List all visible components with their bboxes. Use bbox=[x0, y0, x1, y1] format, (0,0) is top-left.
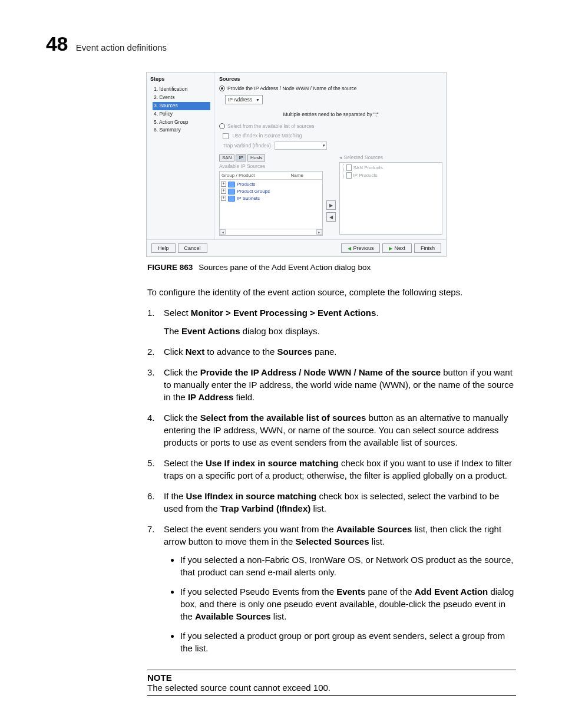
selected-sources-label: Selected Sources bbox=[344, 154, 384, 160]
folder-icon bbox=[228, 196, 235, 202]
step-2: Click Next to advance to the Sources pan… bbox=[164, 345, 516, 358]
page-number: 48 bbox=[46, 32, 68, 55]
select-from-list-radio[interactable] bbox=[219, 123, 225, 129]
tree-row-ip-subnets[interactable]: +IP Subnets bbox=[221, 195, 321, 202]
tree-row-product-groups[interactable]: +Product Groups bbox=[221, 188, 321, 195]
step-4: Click the Select from the available list… bbox=[164, 411, 516, 449]
step-3: Click the Provide the IP Address / Node … bbox=[164, 366, 516, 403]
wizard-step-action-group[interactable]: 5. Action Group bbox=[153, 118, 210, 127]
wizard-step-events[interactable]: 2. Events bbox=[153, 94, 210, 102]
trap-varbind-dropdown[interactable]: ▾ bbox=[275, 141, 327, 150]
provide-address-radio[interactable] bbox=[219, 85, 225, 91]
add-event-action-dialog: Steps 1. Identification 2. Events 3. Sou… bbox=[146, 72, 447, 257]
wizard-step-policy[interactable]: 4. Policy bbox=[153, 110, 210, 118]
note-block: NOTE The selected source count cannot ex… bbox=[147, 670, 516, 696]
column-name[interactable]: Name bbox=[289, 172, 322, 179]
wizard-step-summary[interactable]: 6. Summary bbox=[153, 126, 210, 134]
expand-icon[interactable]: + bbox=[221, 196, 226, 201]
previous-button[interactable]: ◀Previous bbox=[341, 243, 380, 253]
tree-row-ip-products[interactable]: IP Products bbox=[346, 172, 441, 179]
figure-caption: FIGURE 863Sources pane of the Add Event … bbox=[147, 263, 516, 272]
wizard-steps-panel: Steps 1. Identification 2. Events 3. Sou… bbox=[147, 73, 214, 239]
chevron-left-icon: ◀ bbox=[329, 215, 333, 220]
select-from-list-label: Select from the available list of source… bbox=[227, 123, 314, 129]
move-left-button[interactable]: ◀ bbox=[326, 212, 336, 222]
ip-address-dropdown[interactable]: IP Address ▼ bbox=[225, 95, 263, 104]
tree-row-products[interactable]: +Products bbox=[221, 181, 321, 188]
wizard-step-identification[interactable]: 1. Identification bbox=[153, 85, 210, 94]
chevron-left-icon: ◂ bbox=[339, 154, 342, 160]
chevron-right-icon: ▶ bbox=[329, 203, 333, 208]
chevron-down-icon: ▼ bbox=[256, 98, 260, 102]
cancel-button[interactable]: Cancel bbox=[178, 243, 207, 253]
step-5: Select the Use If index in source matchi… bbox=[164, 457, 516, 482]
separator-note: Multiple entries need to be separated by… bbox=[219, 111, 442, 117]
use-ifindex-checkbox[interactable] bbox=[223, 133, 229, 139]
selected-sources-tree: SAN Products IP Products bbox=[339, 162, 443, 235]
document-icon bbox=[346, 172, 352, 179]
tree-row-san-products[interactable]: SAN Products bbox=[346, 164, 441, 172]
tab-ip[interactable]: IP bbox=[236, 154, 246, 162]
scroll-left-icon[interactable]: ◂ bbox=[220, 229, 226, 235]
chevron-down-icon: ▾ bbox=[323, 143, 325, 148]
horizontal-scrollbar[interactable]: ◂ ▸ bbox=[220, 229, 322, 235]
available-sources-table: Group / Product Name +Products +Product … bbox=[219, 171, 323, 236]
document-icon bbox=[346, 164, 352, 171]
folder-icon bbox=[228, 189, 235, 195]
tab-hosts[interactable]: Hosts bbox=[247, 154, 265, 162]
trap-varbind-label: Trap Varbind (IfIndex) bbox=[223, 143, 271, 149]
step-6: If the Use IfIndex in source matching ch… bbox=[164, 490, 516, 515]
intro-paragraph: To configure the identity of the event a… bbox=[147, 286, 516, 298]
column-group-product[interactable]: Group / Product bbox=[220, 172, 289, 179]
folder-icon bbox=[228, 182, 235, 187]
section-title: Event action definitions bbox=[76, 42, 167, 52]
step-7-bullet-3: If you selected a product group or port … bbox=[180, 630, 516, 654]
step-7-bullet-1: If you selected a non-Fabric OS, IronWar… bbox=[180, 554, 516, 578]
tab-san[interactable]: SAN bbox=[219, 154, 234, 162]
scroll-right-icon[interactable]: ▸ bbox=[316, 229, 322, 235]
provide-address-label: Provide the IP Address / Node WWN / Name… bbox=[227, 85, 357, 91]
move-right-button[interactable]: ▶ bbox=[326, 200, 336, 210]
finish-button[interactable]: Finish bbox=[414, 243, 441, 253]
available-sources-label: Available IP Sources bbox=[219, 163, 323, 169]
help-button[interactable]: Help bbox=[151, 243, 176, 253]
next-button[interactable]: ▶Next bbox=[382, 243, 412, 253]
step-7: Select the event senders you want from t… bbox=[164, 523, 516, 661]
triangle-left-icon: ◀ bbox=[348, 246, 351, 251]
sources-heading: Sources bbox=[219, 76, 442, 82]
use-ifindex-label: Use IfIndex in Source Matching bbox=[232, 133, 302, 139]
expand-icon[interactable]: + bbox=[221, 182, 226, 187]
expand-icon[interactable]: + bbox=[221, 189, 226, 194]
wizard-step-sources[interactable]: 3. Sources bbox=[153, 102, 210, 110]
step-1: Select Monitor > Event Processing > Even… bbox=[164, 307, 516, 337]
triangle-right-icon: ▶ bbox=[389, 246, 392, 251]
steps-heading: Steps bbox=[150, 76, 210, 82]
step-7-bullet-2: If you selected Pseudo Events from the E… bbox=[180, 585, 516, 622]
